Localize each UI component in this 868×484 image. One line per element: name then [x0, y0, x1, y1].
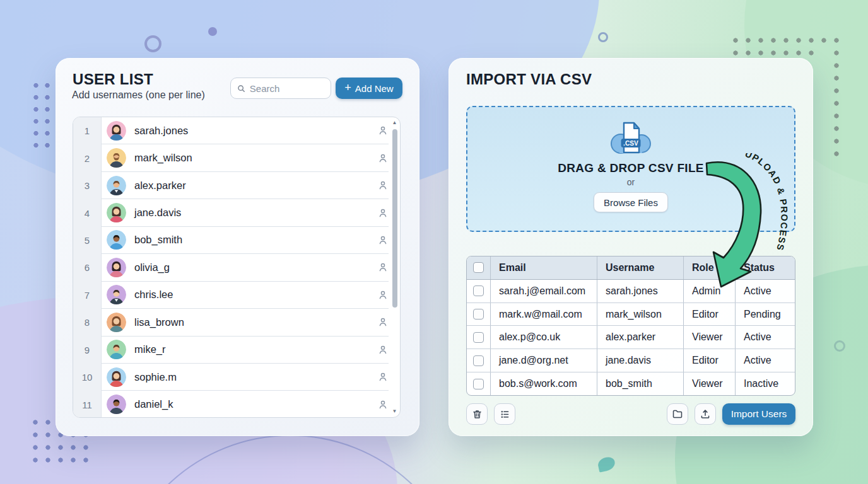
row-checkbox[interactable] [473, 355, 484, 366]
username: daniel_k [134, 398, 173, 410]
table-row[interactable]: bob.s@work.com bob_smith Viewer Inactive [467, 372, 795, 395]
plus-icon: + [344, 81, 351, 95]
avatar [107, 340, 126, 359]
delete-button[interactable] [466, 403, 488, 425]
circle-outline-decor [598, 32, 608, 42]
cell-status: Pending [736, 303, 795, 326]
list-item[interactable]: 2 mark_wilson [73, 144, 400, 171]
row-number: 4 [73, 199, 102, 226]
cell-email: bob.s@work.com [491, 372, 597, 395]
dropzone-heading: DRAG & DROP CSV FILE [558, 161, 704, 175]
list-item[interactable]: 3 alex.parker [73, 172, 400, 199]
table-row[interactable]: jane.d@org.net jane.davis Editor Active [467, 349, 795, 372]
list-item[interactable]: 1 sarah.jones [73, 117, 400, 144]
person-icon[interactable] [377, 371, 389, 383]
person-icon[interactable] [377, 262, 389, 273]
list-item[interactable]: 11 daniel_k [73, 391, 400, 418]
user-list-subtitle: Add usernames (one per line) [72, 89, 205, 101]
person-icon[interactable] [377, 234, 389, 246]
row-number: 2 [73, 144, 102, 171]
list-item[interactable]: 4 jane.davis [73, 199, 400, 226]
table-row[interactable]: alex.p@co.uk alex.parker Viewer Active [467, 326, 795, 349]
search-input[interactable] [250, 83, 324, 94]
csv-badge-label: .CSV [623, 140, 638, 147]
csv-dropzone[interactable]: .CSV DRAG & DROP CSV FILE or Browse File… [466, 106, 795, 232]
import-title: IMPORT VIA CSV [466, 71, 592, 88]
person-icon[interactable] [377, 316, 389, 328]
scrollbar-thumb[interactable] [392, 129, 397, 308]
scrollbar[interactable]: ▲ ▼ [390, 119, 399, 415]
list-view-button[interactable] [494, 403, 515, 425]
cell-username: alex.parker [597, 326, 684, 349]
add-new-label: Add New [355, 83, 394, 94]
username: sarah.jones [134, 125, 188, 137]
scroll-up-icon[interactable]: ▲ [392, 119, 397, 127]
person-icon[interactable] [377, 344, 389, 355]
username: olivia_g [134, 262, 170, 274]
avatar [107, 176, 126, 195]
select-all-checkbox[interactable] [473, 262, 484, 273]
cell-role: Editor [684, 303, 736, 326]
cell-email: alex.p@co.uk [491, 326, 597, 349]
avatar [107, 148, 126, 168]
folder-button[interactable] [667, 403, 688, 425]
person-icon[interactable] [377, 207, 389, 219]
row-number: 5 [73, 227, 102, 254]
cell-status: Active [736, 280, 795, 302]
csv-cloud-icon: .CSV [607, 120, 655, 156]
list-item[interactable]: 10 sophie.m [73, 364, 400, 391]
row-checkbox[interactable] [473, 309, 484, 320]
person-icon[interactable] [377, 180, 389, 191]
person-icon[interactable] [377, 399, 389, 410]
row-checkbox[interactable] [473, 379, 484, 389]
person-icon[interactable] [377, 289, 389, 301]
user-list: 1 sarah.jones 2 mark [73, 117, 401, 418]
avatar [107, 313, 126, 332]
circle-outline-decor [834, 340, 845, 352]
cell-username: mark_wilson [597, 303, 684, 326]
avatar [107, 121, 126, 141]
cell-role: Viewer [684, 326, 736, 349]
import-toolbar: Import Users [466, 403, 795, 425]
row-checkbox[interactable] [473, 332, 484, 343]
column-header-role: Role [684, 256, 736, 279]
avatar [107, 203, 126, 222]
list-item[interactable]: 5 bob_smith [73, 227, 400, 254]
table-row[interactable]: mark.w@mail.com mark_wilson Editor Pendi… [467, 303, 795, 326]
avatar [107, 285, 126, 304]
person-icon[interactable] [377, 125, 389, 136]
scroll-down-icon[interactable]: ▼ [392, 408, 397, 415]
folder-icon [672, 408, 683, 420]
row-number: 9 [73, 337, 102, 364]
upload-button[interactable] [695, 403, 716, 425]
column-header-status: Status [736, 256, 795, 279]
username: sophie.m [134, 371, 177, 383]
row-number: 7 [73, 282, 102, 309]
row-number: 6 [73, 254, 102, 281]
list-item[interactable]: 9 mike_r [73, 337, 400, 364]
table-header-row: Email Username Role Status [467, 256, 795, 280]
dot-decor [208, 27, 217, 36]
dot-grid-decor [729, 47, 818, 59]
add-new-button[interactable]: + Add New [336, 78, 402, 99]
list-item[interactable]: 7 chris.lee [73, 282, 400, 309]
cell-email: sarah.j@email.com [491, 280, 597, 302]
row-checkbox[interactable] [473, 285, 484, 296]
cell-status: Inactive [736, 372, 795, 395]
list-item[interactable]: 8 lisa_brown [73, 309, 400, 336]
row-number: 8 [73, 309, 102, 336]
dropzone-or-label: or [627, 177, 635, 187]
dot-grid-decor [830, 47, 843, 160]
list-icon [500, 409, 510, 420]
cell-status: Active [736, 349, 795, 372]
cell-status: Active [736, 326, 795, 349]
search-box[interactable] [230, 78, 331, 99]
person-icon[interactable] [377, 153, 389, 164]
username: chris.lee [134, 289, 173, 301]
import-users-button[interactable]: Import Users [722, 403, 795, 425]
browse-files-button[interactable]: Browse Files [594, 192, 668, 212]
row-number: 1 [73, 117, 102, 144]
table-row[interactable]: sarah.j@email.com sarah.jones Admin Acti… [467, 280, 795, 303]
username: lisa_brown [134, 316, 184, 328]
list-item[interactable]: 6 olivia_g [73, 254, 400, 281]
